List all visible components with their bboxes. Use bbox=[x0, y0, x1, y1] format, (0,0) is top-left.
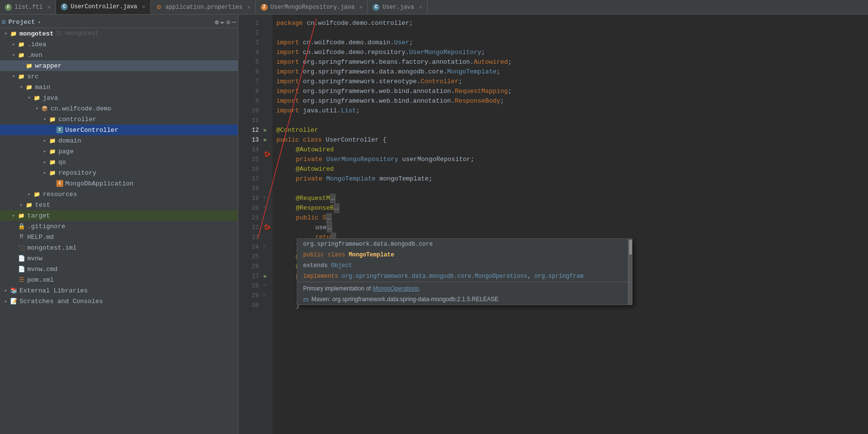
target-label: target bbox=[27, 212, 50, 219]
wrapper-arrow bbox=[18, 62, 25, 70]
tab-list-ftl[interactable]: F list.ftl ✕ bbox=[0, 0, 56, 14]
mvn-arrow bbox=[10, 51, 18, 59]
wrapper-icon: 📁 bbox=[25, 62, 33, 70]
gutter-bean-21[interactable]: 🫘 bbox=[264, 224, 271, 231]
tree-wrapper[interactable]: 📁 wrapper bbox=[0, 60, 238, 71]
tree-test[interactable]: 📁 test bbox=[0, 199, 238, 210]
tab-application-props-close[interactable]: ✕ bbox=[247, 4, 251, 10]
tab-user-mongo-repo[interactable]: I UserMongoRepository.java ✕ bbox=[256, 0, 368, 14]
java-arrow bbox=[25, 94, 33, 102]
main-arrow bbox=[18, 83, 25, 91]
code-line-21: public S… bbox=[276, 213, 868, 223]
tree-main[interactable]: 📁 main bbox=[0, 82, 238, 92]
tree-src[interactable]: 📁 src bbox=[0, 71, 238, 82]
locate-icon[interactable]: ⊕ bbox=[215, 18, 219, 26]
package-icon: 📦 bbox=[41, 105, 49, 112]
tree-root[interactable]: 📁 mongotest D:\mongotest bbox=[0, 28, 238, 39]
test-label: test bbox=[35, 201, 50, 209]
tab-list-ftl-close[interactable]: ✕ bbox=[48, 4, 51, 10]
tab-user-controller-label: UserController.java bbox=[71, 3, 137, 10]
code-editor[interactable]: 1 2 3 4 5 6 7 8 9 10 11 12 13 14 15 16 1… bbox=[238, 15, 868, 434]
tree-domain[interactable]: 📁 domain bbox=[0, 135, 238, 146]
tree-java[interactable]: 📁 java bbox=[0, 92, 238, 103]
project-header-icons: ⊕ ⇤ ⚙ — bbox=[215, 18, 236, 26]
page-icon: 📁 bbox=[49, 147, 56, 155]
fold-marker-20[interactable]: ▷ bbox=[264, 204, 266, 210]
ma-label: MongoDbApplication bbox=[65, 180, 133, 187]
code-line-19: @RequestM… bbox=[276, 194, 868, 203]
tab-user-java[interactable]: C User.java ✕ bbox=[368, 0, 427, 14]
tree-pom-xml[interactable]: ☰ pom.xml bbox=[0, 274, 238, 285]
tree-idea[interactable]: 📁 .idea bbox=[0, 39, 238, 50]
tooltip-scroll-thumb bbox=[629, 240, 632, 254]
pom-icon: ☰ bbox=[18, 276, 25, 284]
gutter-run-13[interactable]: ▶ bbox=[264, 136, 267, 144]
tab-user-controller-close[interactable]: ✕ bbox=[142, 3, 145, 10]
fold-marker-23[interactable]: ▷ bbox=[264, 243, 266, 249]
ftl-icon: F bbox=[5, 4, 12, 11]
main-content: ⊞ Project ▾ ⊕ ⇤ ⚙ — 📁 mongotest D:\mongo… bbox=[0, 15, 868, 434]
code-area: 1 2 3 4 5 6 7 8 9 10 11 12 13 14 15 16 1… bbox=[238, 15, 868, 434]
root-arrow bbox=[2, 30, 10, 37]
code-line-18 bbox=[276, 184, 868, 194]
domain-icon: 📁 bbox=[49, 137, 56, 145]
tree-qo[interactable]: 📁 qo bbox=[0, 157, 238, 167]
package-label: cn.wolfcode.demo bbox=[51, 105, 111, 112]
code-content[interactable]: package cn.wolfcode.demo.controller; imp… bbox=[272, 15, 868, 434]
tree-target[interactable]: 📁 target bbox=[0, 210, 238, 221]
tree-resources[interactable]: 📁 resources bbox=[0, 189, 238, 199]
tree-external-libraries[interactable]: 📚 External Libraries bbox=[0, 285, 238, 296]
gutter-bean-15[interactable]: 🫘 bbox=[264, 151, 271, 158]
code-line-15: private UserMongoRepository userMongoRep… bbox=[276, 155, 868, 164]
tab-bar: F list.ftl ✕ C UserController.java ✕ ⚙ a… bbox=[0, 0, 868, 15]
code-line-5: import org.springframework.beans.factory… bbox=[276, 57, 868, 67]
tree-user-controller[interactable]: C UserController bbox=[0, 125, 238, 135]
tree-mongo-app[interactable]: C MongoDbApplication bbox=[0, 178, 238, 189]
tree-help-md[interactable]: M HELP.md bbox=[0, 232, 238, 242]
repo-icon: 📁 bbox=[49, 169, 56, 177]
tree-mvn[interactable]: 📁 .mvn bbox=[0, 50, 238, 60]
code-line-10: import java.util.List; bbox=[276, 106, 868, 116]
main-label: main bbox=[35, 84, 50, 91]
fold-marker-29[interactable]: ▷ bbox=[264, 292, 266, 297]
qo-label: qo bbox=[58, 159, 66, 166]
fold-marker-19[interactable]: ▷ bbox=[264, 195, 266, 200]
tree-gitignore[interactable]: 🔒 .gitignore bbox=[0, 221, 238, 232]
collapse-icon[interactable]: ⇤ bbox=[221, 18, 225, 26]
fold-marker-28[interactable]: ▷ bbox=[264, 282, 266, 288]
test-arrow bbox=[18, 201, 25, 209]
code-line-2 bbox=[276, 28, 868, 38]
code-line-11 bbox=[276, 116, 868, 126]
tab-user-controller[interactable]: C UserController.java ✕ bbox=[56, 0, 150, 14]
resources-label: resources bbox=[43, 191, 77, 198]
tree-iml[interactable]: ⬛ mongotest.iml bbox=[0, 242, 238, 253]
minimize-icon[interactable]: — bbox=[232, 18, 236, 26]
gutter-run-27[interactable]: ▶ bbox=[264, 272, 267, 280]
code-line-6: import org.springframework.data.mongodb.… bbox=[276, 67, 868, 77]
gear-icon[interactable]: ⚙ bbox=[226, 18, 230, 26]
tooltip-scrollbar[interactable] bbox=[628, 239, 632, 305]
tree-mvnw[interactable]: 📄 mvnw bbox=[0, 253, 238, 264]
tab-user-java-close[interactable]: ✕ bbox=[419, 4, 422, 10]
gutter-run-12[interactable]: ▶ bbox=[264, 127, 267, 134]
tooltip-maven: 🗃 Maven: org.springframework.data:spring… bbox=[297, 295, 632, 305]
hm-label: HELP.md bbox=[27, 234, 54, 241]
tree-page[interactable]: 📁 page bbox=[0, 146, 238, 157]
tree-package[interactable]: 📦 cn.wolfcode.demo bbox=[0, 103, 238, 114]
tree-scratches[interactable]: 📝 Scratches and Consoles bbox=[0, 296, 238, 307]
tab-user-mongo-repo-close[interactable]: ✕ bbox=[360, 4, 363, 10]
tree-repository[interactable]: 📁 repository bbox=[0, 167, 238, 178]
tab-application-props[interactable]: ⚙ application.properties ✕ bbox=[151, 0, 256, 14]
code-line-20: @ResponseB… bbox=[276, 203, 868, 213]
controller-arrow bbox=[41, 115, 49, 123]
package-arrow bbox=[33, 105, 41, 112]
el-icon: 📚 bbox=[10, 287, 18, 294]
code-line-9: import org.springframework.web.bind.anno… bbox=[276, 96, 868, 106]
sc-icon: 📝 bbox=[10, 297, 18, 305]
uc-arrow bbox=[49, 126, 56, 134]
mvnw-arrow bbox=[10, 254, 18, 262]
sc-arrow bbox=[2, 297, 10, 305]
pom-label: pom.xml bbox=[27, 276, 54, 284]
tree-mvnw-cmd[interactable]: 📄 mvnw.cmd bbox=[0, 264, 238, 274]
tree-controller[interactable]: 📁 controller bbox=[0, 114, 238, 125]
